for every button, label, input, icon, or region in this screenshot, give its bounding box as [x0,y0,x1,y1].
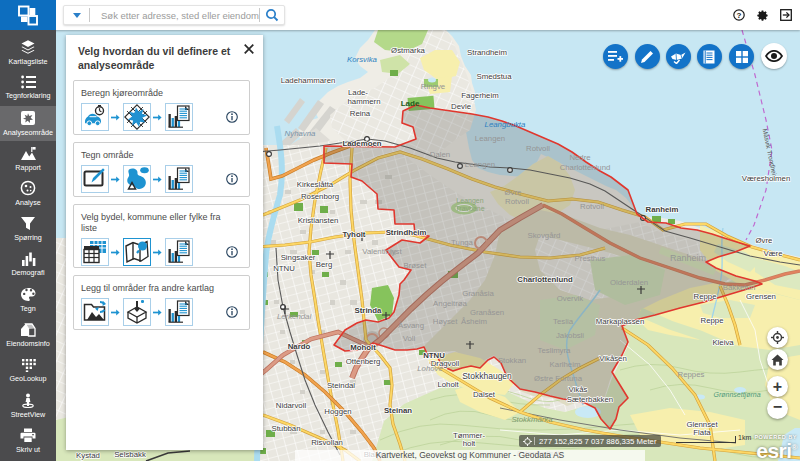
svg-text:Leangen: Leangen [456,197,483,205]
svg-text:Overvik: Overvik [557,294,584,303]
svg-text:Reppes: Reppes [678,370,705,379]
svg-text:Stokkhaugen: Stokkhaugen [462,371,512,381]
svg-text:Brøset: Brøset [404,261,428,270]
svg-text:Teslia: Teslia [553,317,574,326]
svg-text:Sæterbakken: Sæterbakken [567,395,613,404]
svg-text:Charlottenlund: Charlottenlund [517,275,573,284]
svg-text:Smedstua: Smedstua [476,72,512,81]
svg-text:Nardo: Nardo [288,342,311,351]
svg-text:NTNU: NTNU [273,264,295,273]
svg-text:Selsbakk: Selsbakk [114,450,146,459]
svg-text:Granåsia: Granåsia [462,289,494,298]
svg-text:Kirkeslåtta: Kirkeslåtta [297,180,334,189]
svg-text:Granåsen: Granåsen [470,308,504,317]
svg-text:Ottenberg: Ottenberg [346,357,381,366]
svg-text:Rosenborg: Rosenborg [301,192,339,201]
svg-text:Steindal: Steindal [327,381,355,390]
svg-text:Lohove: Lohove [417,364,443,373]
svg-text:Dalset: Dalset [473,390,496,399]
svg-text:Korsvika: Korsvika [347,55,378,64]
svg-text:Hoggen: Hoggen [324,407,351,416]
svg-text:Ranheim: Ranheim [646,205,679,214]
svg-text:Tyholt: Tyholt [343,230,366,239]
svg-text:Teslimyra: Teslimyra [538,346,572,355]
svg-text:Loholt: Loholt [437,380,459,389]
svg-text:Være: Være [763,249,782,258]
svg-text:Bakketun: Bakketun [723,283,756,292]
svg-text:Åsvang: Åsvang [398,321,424,330]
svg-text:Singsaker: Singsaker [281,253,316,262]
svg-text:Østmarka: Østmarka [391,46,425,55]
svg-text:Steinan: Steinan [384,406,412,415]
svg-text:Øvre: Øvre [756,236,773,245]
svg-text:Devle: Devle [451,102,471,111]
svg-text:Stokkmarka: Stokkmarka [511,415,553,424]
svg-text:Nedre: Nedre [569,153,590,162]
svg-text:Kristiansten: Kristiansten [298,216,339,225]
svg-text:Lade-: Lade- [348,88,368,97]
svg-text:Olderdalen: Olderdalen [610,278,648,287]
svg-text:Valentinlyst: Valentinlyst [362,247,402,256]
svg-text:Ranheim: Ranheim [670,253,706,263]
svg-text:Skovgård: Skovgård [528,231,561,240]
svg-text:Flata: Flata [693,428,711,437]
svg-text:Høyset: Høyset [433,317,459,326]
svg-text:Reppe: Reppe [701,316,724,325]
svg-text:Åsheim: Åsheim [461,317,487,326]
svg-text:Stokkan: Stokkan [498,356,526,365]
svg-text:Reina: Reina [350,109,371,118]
svg-text:hammern: hammern [348,97,381,106]
svg-text:Berg: Berg [316,260,332,269]
svg-text:Voll: Voll [403,334,416,343]
svg-text:Fagerheim: Fagerheim [461,91,498,100]
svg-text:Angeltrøa: Angeltrøa [433,299,467,308]
svg-text:Øvre: Øvre [505,188,522,197]
svg-text:Presthus: Presthus [575,254,606,263]
svg-text:Lade: Lade [401,99,420,108]
svg-text:?: ? [737,11,742,20]
svg-text:Grensen: Grensen [746,292,776,301]
svg-text:Risvollan: Risvollan [311,438,343,447]
svg-text:Nyhavna: Nyhavna [285,129,316,138]
svg-text:Kystad: Kystad [76,451,100,460]
svg-text:Grønnsettjørna: Grønnsettjørna [713,391,760,399]
svg-text:Ladehammaren: Ladehammaren [281,76,336,85]
svg-text:Rotvoll: Rotvoll [526,144,550,153]
svg-text:Rotvoll: Rotvoll [505,197,529,206]
svg-text:Leangbukta: Leangbukta [485,120,526,129]
svg-text:Strinda: Strinda [355,306,383,315]
svg-text:Lerkendal: Lerkendal [277,312,312,321]
svg-text:holt: holt [463,439,476,448]
svg-text:Moholt: Moholt [350,343,376,352]
svg-text:Leangen: Leangen [465,160,495,169]
svg-text:Markaplassen: Markaplassen [596,317,645,326]
svg-text:Lademoen: Lademoen [343,139,382,148]
svg-text:Nidarvoll: Nidarvoll [276,401,307,410]
svg-text:Tunga: Tunga [451,238,473,247]
svg-text:Strindheim: Strindheim [386,228,427,237]
svg-text:Østre Fortuna: Østre Fortuna [534,374,583,383]
svg-text:Væresholmen: Væresholmen [742,174,791,183]
svg-text:Dalen: Dalen [430,150,450,159]
svg-text:Charlottenlund: Charlottenlund [560,163,611,172]
svg-text:Leangen: Leangen [475,134,505,143]
svg-text:Karlheim: Karlheim [550,360,581,369]
svg-text:Kleiva: Kleiva [712,338,734,347]
svg-text:Reppe: Reppe [694,292,717,301]
svg-text:Stubban: Stubban [271,424,300,433]
svg-text:Ringve: Ringve [421,82,445,91]
svg-text:Vikås: Vikås [569,385,588,394]
svg-text:Vikåsen: Vikåsen [599,354,627,363]
svg-text:Jakobsli: Jakobsli [556,331,584,340]
svg-text:Rotvoll: Rotvoll [580,202,604,211]
svg-text:Strandheim: Strandheim [467,48,507,57]
svg-text:Travbane: Travbane [455,205,484,212]
